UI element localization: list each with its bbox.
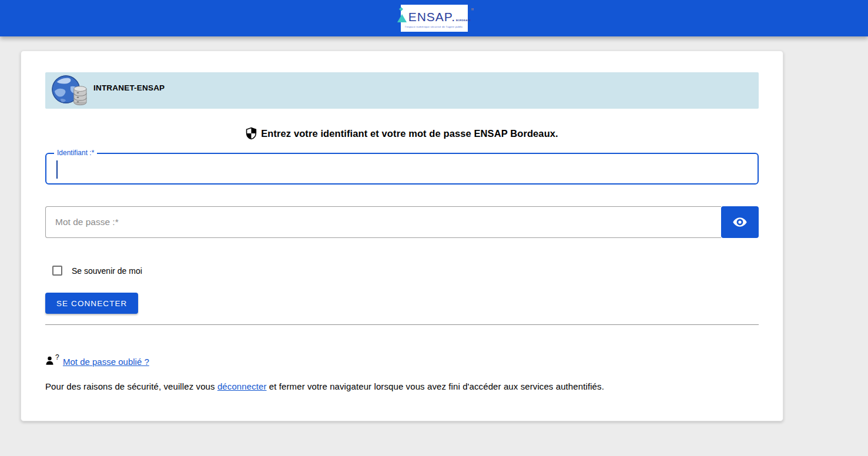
identifiant-label: Identifiant :*	[54, 149, 97, 157]
ensap-logo: ENSAP. BORDEAUX ⠛ l'espace numérique séc…	[401, 5, 468, 32]
heading-text: Entrez votre identifiant et votre mot de…	[261, 128, 558, 139]
remember-me-label: Se souvenir de moi	[72, 266, 142, 276]
section-divider	[45, 324, 759, 325]
globe-database-icon	[51, 74, 88, 108]
logo-suffix: BORDEAUX	[456, 19, 471, 22]
logout-link[interactable]: déconnecter	[217, 381, 267, 391]
logo-wordmark: ENSAP.	[408, 10, 455, 24]
security-note-before: Pour des raisons de sécurité, veuillez v…	[45, 381, 217, 391]
login-card: INTRANET-ENSAP Entrez votre identifiant …	[21, 51, 783, 421]
logo-tagline: l'espace numérique sécurisé de l'agent p…	[405, 25, 463, 28]
shield-icon	[246, 127, 257, 140]
remember-me-row: Se souvenir de moi	[45, 266, 759, 276]
logo-diamond-accent	[399, 7, 403, 11]
password-input-wrap	[45, 206, 721, 238]
remember-me-checkbox[interactable]	[52, 266, 62, 276]
toggle-password-visibility-button[interactable]	[721, 206, 759, 238]
text-cursor	[56, 160, 58, 179]
logo-triangle-icon	[397, 14, 407, 22]
login-heading: Entrez votre identifiant et votre mot de…	[45, 127, 759, 140]
logo-dots-accent: ⠛	[471, 9, 475, 12]
question-mark: ?	[55, 353, 59, 361]
eye-icon	[732, 214, 748, 230]
person-question-icon: ?	[45, 356, 63, 367]
password-input[interactable]	[46, 217, 721, 227]
login-submit-button[interactable]: SE CONNECTER	[45, 293, 138, 314]
intranet-banner: INTRANET-ENSAP	[45, 72, 759, 109]
forgot-password-link[interactable]: Mot de passe oublié ?	[63, 357, 149, 367]
password-field	[45, 206, 759, 238]
identifiant-input[interactable]	[46, 154, 758, 183]
forgot-password-row: ? Mot de passe oublié ?	[45, 356, 759, 367]
security-note-after: et fermer votre navigateur lorsque vous …	[267, 381, 604, 391]
banner-title: INTRANET-ENSAP	[93, 83, 165, 92]
top-app-bar: ENSAP. BORDEAUX ⠛ l'espace numérique séc…	[0, 0, 868, 36]
identifiant-field: Identifiant :*	[45, 153, 759, 185]
security-note: Pour des raisons de sécurité, veuillez v…	[45, 381, 759, 391]
